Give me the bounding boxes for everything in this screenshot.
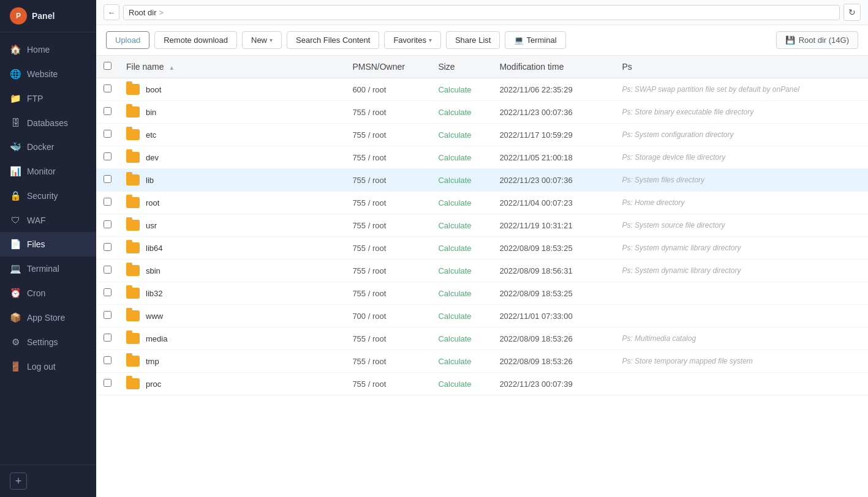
file-name-text[interactable]: usr [146,221,157,230]
refresh-button[interactable]: ↻ [843,4,861,21]
logout-icon: 🚪 [10,361,21,372]
col-header-filename[interactable]: File name ▲ [119,56,345,78]
calculate-link[interactable]: Calculate [438,153,471,162]
sidebar-item-appstore[interactable]: 📦 App Store [0,305,96,330]
pmsn-cell: 755 / root [345,214,431,237]
sidebar-item-files[interactable]: 📄 Files [0,232,96,256]
sidebar-item-terminal[interactable]: 💻 Terminal [0,256,96,281]
sidebar-item-home[interactable]: 🏠 Home [0,37,96,62]
size-cell: Calculate [431,327,492,350]
time-cell: 2022/11/17 10:59:29 [492,124,614,146]
file-name-text[interactable]: bin [146,108,156,117]
calculate-link[interactable]: Calculate [438,289,471,298]
sidebar-item-monitor[interactable]: 📊 Monitor [0,159,96,184]
folder-icon [126,265,140,276]
docker-icon: 🐳 [10,141,21,152]
row-checkbox-cell [96,124,119,146]
sidebar-item-logout[interactable]: 🚪 Log out [0,354,96,379]
sidebar-item-settings[interactable]: ⚙ Settings [0,330,96,354]
row-checkbox[interactable] [104,198,111,206]
upload-button[interactable]: Upload [106,31,149,49]
folder-icon [126,220,140,231]
new-button[interactable]: New ▾ [242,31,282,49]
calculate-link[interactable]: Calculate [438,357,471,366]
file-name-text[interactable]: proc [146,379,161,389]
calculate-link[interactable]: Calculate [438,312,471,321]
favorites-button[interactable]: Favorites ▾ [384,31,440,49]
calculate-link[interactable]: Calculate [438,130,471,140]
file-name-cell: proc [119,373,345,395]
back-button[interactable]: ← [104,4,119,20]
time-cell: 2022/08/09 18:53:26 [492,350,614,373]
file-name-text[interactable]: root [146,198,159,207]
row-checkbox[interactable] [104,356,111,364]
row-checkbox[interactable] [104,379,111,387]
sidebar-item-waf[interactable]: 🛡 WAF [0,208,96,232]
row-checkbox[interactable] [104,130,111,138]
sidebar-item-label-home: Home [27,45,50,54]
table-row: lib64 755 / root Calculate 2022/08/09 18… [96,237,868,260]
row-checkbox[interactable] [104,266,111,274]
ps-cell [614,373,868,395]
sidebar-item-databases[interactable]: 🗄 Databases [0,111,96,135]
row-checkbox-cell [96,78,119,101]
calculate-link[interactable]: Calculate [438,266,471,275]
share-list-button[interactable]: Share List [446,31,500,49]
file-name-text[interactable]: lib32 [146,289,162,298]
table-row: usr 755 / root Calculate 2022/11/19 10:3… [96,214,868,237]
calculate-link[interactable]: Calculate [438,221,471,230]
pmsn-cell: 755 / root [345,373,431,395]
calculate-link[interactable]: Calculate [438,244,471,253]
file-name-text[interactable]: tmp [146,357,159,366]
calculate-link[interactable]: Calculate [438,176,471,185]
file-name-text[interactable]: media [146,334,167,343]
file-name-text[interactable]: sbin [146,266,160,275]
calculate-link[interactable]: Calculate [438,85,471,94]
row-checkbox[interactable] [104,107,111,115]
row-checkbox-cell [96,169,119,192]
sidebar-item-label-settings: Settings [27,337,58,347]
time-cell: 2022/11/06 22:35:29 [492,78,614,101]
search-files-button[interactable]: Search Files Content [287,31,379,49]
row-checkbox[interactable] [104,175,111,183]
sidebar-item-cron[interactable]: ⏰ Cron [0,281,96,305]
row-checkbox[interactable] [104,334,111,342]
sidebar-item-docker[interactable]: 🐳 Docker [0,135,96,159]
row-checkbox[interactable] [104,311,111,319]
row-checkbox[interactable] [104,243,111,251]
ps-cell: Ps: SWAP swap partition file set by defa… [614,78,868,101]
row-checkbox-cell [96,146,119,169]
row-checkbox[interactable] [104,220,111,228]
sidebar-item-website[interactable]: 🌐 Website [0,62,96,86]
terminal-button[interactable]: 💻 Terminal [505,31,565,49]
sidebar-item-ftp[interactable]: 📁 FTP [0,86,96,111]
sidebar-footer: + [0,465,96,497]
file-name-text[interactable]: lib64 [146,244,162,253]
calculate-link[interactable]: Calculate [438,379,471,389]
pmsn-cell: 755 / root [345,350,431,373]
time-cell: 2022/08/09 18:53:26 [492,327,614,350]
row-checkbox[interactable] [104,152,111,160]
file-name-text[interactable]: boot [146,85,161,94]
table-row: proc 755 / root Calculate 2022/11/23 00:… [96,373,868,395]
file-name-text[interactable]: lib [146,176,154,185]
file-name-cell: root [119,192,345,214]
path-bar: ← Root dir > ↻ [96,0,868,25]
file-name-text[interactable]: www [146,312,163,321]
remote-download-button[interactable]: Remote download [154,31,237,49]
sidebar-item-security[interactable]: 🔒 Security [0,184,96,208]
select-all-checkbox[interactable] [104,62,111,70]
file-name-text[interactable]: dev [146,153,159,162]
ps-cell: Ps: Store temporary mapped file system [614,350,868,373]
file-name-cell: dev [119,146,345,169]
calculate-link[interactable]: Calculate [438,108,471,117]
row-checkbox[interactable] [104,84,111,92]
calculate-link[interactable]: Calculate [438,334,471,343]
row-checkbox[interactable] [104,288,111,296]
home-icon: 🏠 [10,44,21,55]
time-cell: 2022/11/23 00:07:36 [492,169,614,192]
add-button[interactable]: + [10,473,27,490]
pmsn-cell: 600 / root [345,78,431,101]
file-name-text[interactable]: etc [146,130,156,140]
calculate-link[interactable]: Calculate [438,198,471,207]
